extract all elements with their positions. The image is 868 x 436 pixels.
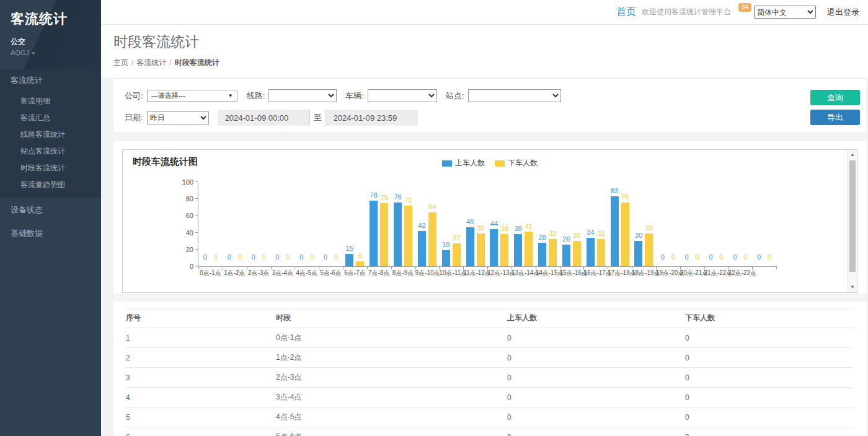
x-axis-label: 13点-14点 [512, 269, 536, 277]
notification-badge: 34 [738, 3, 751, 12]
bar-board [394, 203, 402, 266]
bar-board [514, 234, 522, 266]
x-axis-label: 14点-15点 [536, 269, 560, 277]
sidebar-subitem[interactable]: 站点客流统计 [0, 143, 101, 160]
home-link[interactable]: 首页 [616, 6, 636, 19]
bar-alight [380, 203, 388, 266]
welcome-text: 欢迎使用客流统计管理平台 [642, 7, 731, 17]
y-axis-label: 60 [174, 212, 193, 219]
scrollbar-thumb[interactable] [849, 160, 856, 272]
org-name: 公交 [11, 37, 91, 47]
bar-value-label: 27 [446, 234, 467, 242]
date-to-input[interactable] [326, 110, 418, 126]
bar-value-label: 72 [398, 196, 419, 204]
legend-item[interactable]: 下车人数 [495, 158, 538, 168]
y-axis-tick [195, 181, 198, 182]
table-header-cell: 下车人数 [685, 308, 854, 328]
x-axis-label: 12点-13点 [487, 269, 512, 277]
sidebar-subitem[interactable]: 客流量趋势图 [0, 177, 101, 193]
sidebar-item-passenger-stats[interactable]: 客流统计 [0, 69, 101, 92]
vehicle-select[interactable] [368, 89, 437, 102]
scroll-up-icon[interactable]: ▲ [848, 150, 857, 159]
table-cell: 0 [507, 408, 685, 427]
logout-link[interactable]: 退出登录 [827, 7, 859, 18]
sidebar-subitem[interactable]: 客流明细 [0, 93, 101, 110]
chevron-down-icon: ▼ [31, 51, 36, 56]
range-separator: 至 [309, 110, 326, 126]
bar-value-label: 64 [422, 203, 443, 211]
chart-scrollbar[interactable]: ▲ ▼ [848, 150, 857, 292]
bar-board [370, 201, 378, 266]
chart-box: 时段车流统计图 上车人数下车人数 020406080100000点-1点001点… [122, 149, 857, 293]
bar-board [611, 196, 619, 266]
sidebar-nav: 客流统计 客流明细客流汇总线路客流统计站点客流统计时段客流统计客流量趋势图 设备… [0, 69, 101, 245]
table-cell: 2点-3点 [276, 368, 507, 388]
table-cell: 6 [126, 427, 276, 436]
sidebar-item-base-data[interactable]: 基础数据 [0, 222, 101, 245]
y-axis-tick [195, 215, 198, 216]
table-row: 21点-2点00 [126, 348, 854, 368]
bar-board [562, 245, 570, 266]
legend-swatch-icon [495, 160, 505, 167]
bar-value-label: 0 [326, 253, 347, 261]
table-cell: 0 [685, 427, 854, 436]
nav-section-passenger-stats: 客流统计 客流明细客流汇总线路客流统计站点客流统计时段客流统计客流量趋势图 [0, 69, 101, 198]
table-cell: 0 [685, 408, 854, 427]
chart-title: 时段车流统计图 [133, 156, 198, 168]
bar-value-label: 39 [639, 224, 660, 232]
bar-alight [404, 206, 412, 266]
scroll-down-icon[interactable]: ▼ [848, 283, 857, 292]
y-axis-tick [195, 249, 198, 250]
table-header-row: 序号时段上车人数下车人数 [126, 308, 854, 328]
legend-label: 下车人数 [508, 158, 538, 168]
date-preset-select[interactable]: 昨日 [147, 111, 209, 124]
x-axis-label: 19点-20点 [656, 269, 680, 277]
table-row: 65点-6点00 [126, 427, 854, 436]
line-select[interactable] [268, 89, 337, 102]
table-cell: 3点-4点 [276, 388, 507, 408]
y-axis-tick [195, 232, 198, 233]
table-cell: 0 [507, 368, 685, 388]
language-select[interactable]: 简体中文 [754, 6, 816, 19]
company-select-value: ---请选择--- [151, 91, 185, 100]
bar-board [587, 238, 595, 266]
export-button[interactable]: 导出 [810, 110, 860, 125]
table-cell: 4 [126, 388, 276, 408]
table-cell: 1点-2点 [276, 348, 507, 368]
table-cell: 3 [126, 368, 276, 388]
date-from-input[interactable] [218, 110, 309, 126]
x-axis-label: 5点-6点 [319, 269, 343, 277]
date-range: 至 [218, 110, 418, 126]
table-cell: 0 [507, 348, 685, 368]
user-menu[interactable]: AQGJ▼ [11, 49, 91, 56]
y-axis-label: 80 [174, 195, 193, 203]
sidebar-subitem[interactable]: 线路客流统计 [0, 126, 101, 143]
query-button[interactable]: 查询 [810, 90, 860, 105]
bar-value-label: 76 [614, 193, 636, 201]
sidebar-item-device-status[interactable]: 设备状态 [0, 198, 101, 222]
sidebar-submenu: 客流明细客流汇总线路客流统计站点客流统计时段客流统计客流量趋势图 [0, 92, 101, 198]
table-row: 32点-3点00 [126, 368, 854, 388]
x-axis-label: 18点-19点 [632, 269, 656, 277]
x-axis-label: 21点-22点 [704, 269, 728, 277]
table-row: 54点-5点00 [126, 408, 854, 427]
table-header-cell: 时段 [276, 308, 507, 328]
table-panel: 序号时段上车人数下车人数 10点-1点0021点-2点0032点-3点0043点… [113, 302, 866, 436]
page-title: 时段客流统计 [113, 32, 856, 51]
legend-item[interactable]: 上车人数 [442, 158, 485, 168]
table-cell: 4点-5点 [276, 408, 507, 427]
station-select[interactable] [468, 89, 561, 102]
breadcrumb-separator: / [169, 58, 171, 67]
sidebar-subitem[interactable]: 时段客流统计 [0, 160, 101, 177]
table-cell: 0点-1点 [276, 328, 507, 348]
x-axis-label: 4点-5点 [294, 269, 319, 277]
breadcrumb-item[interactable]: 主页 [113, 58, 128, 67]
sidebar-subitem[interactable]: 客流汇总 [0, 110, 101, 126]
y-axis-label: 100 [174, 178, 193, 186]
company-select[interactable]: ---请选择--- ▼ [147, 90, 237, 102]
legend-label: 上车人数 [455, 158, 485, 168]
bar-value-label: 41 [518, 222, 539, 230]
breadcrumb-item[interactable]: 客流统计 [136, 58, 166, 67]
x-axis-label: 17点-18点 [608, 269, 632, 277]
table-header-cell: 上车人数 [507, 308, 685, 328]
